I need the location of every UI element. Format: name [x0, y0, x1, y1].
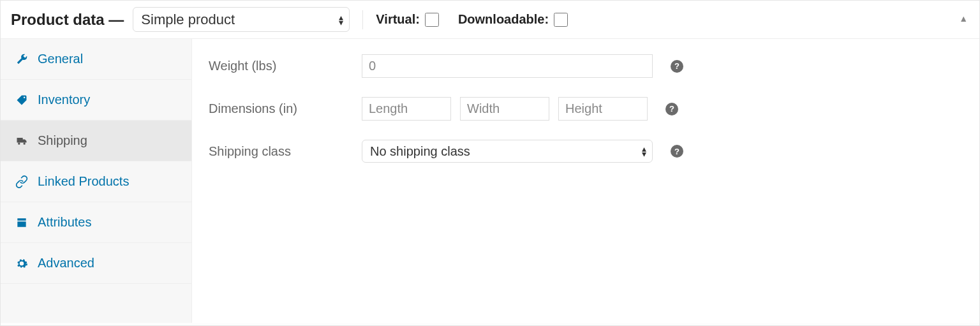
- width-input[interactable]: [460, 97, 549, 121]
- product-data-panel: Product data — Simple product ▴▾ Virtual…: [0, 0, 980, 326]
- tab-label: General: [38, 52, 83, 66]
- help-icon[interactable]: ?: [671, 60, 683, 73]
- dimensions-label: Dimensions (in): [209, 101, 362, 116]
- panel-title: Product data —: [11, 11, 124, 29]
- tab-inventory[interactable]: Inventory: [1, 80, 191, 121]
- shipping-class-select-wrap: No shipping class ▴▾: [362, 140, 653, 163]
- collapse-toggle-icon[interactable]: ▲: [959, 13, 968, 24]
- product-type-select-wrap: Simple product ▴▾: [133, 7, 350, 32]
- help-icon[interactable]: ?: [665, 103, 678, 115]
- tab-general[interactable]: General: [1, 39, 191, 80]
- weight-label: Weight (lbs): [209, 59, 362, 73]
- tab-label: Shipping: [38, 133, 87, 148]
- help-icon[interactable]: ?: [671, 145, 683, 158]
- shipping-class-label: Shipping class: [209, 144, 362, 159]
- virtual-label: Virtual:: [376, 12, 420, 27]
- tab-label: Linked Products: [38, 174, 129, 189]
- shipping-content: Weight (lbs) ? Dimensions (in) ? Shippin…: [192, 39, 979, 323]
- length-input[interactable]: [362, 97, 451, 121]
- dimensions-fields: ?: [362, 97, 678, 121]
- shipping-class-fields: No shipping class ▴▾ ?: [362, 140, 683, 163]
- weight-fields: ?: [362, 54, 683, 78]
- panel-header: Product data — Simple product ▴▾ Virtual…: [1, 1, 979, 39]
- shipping-class-select[interactable]: No shipping class: [362, 140, 653, 163]
- downloadable-field: Downloadable:: [458, 12, 568, 27]
- tab-label: Advanced: [38, 256, 94, 270]
- tab-linked-products[interactable]: Linked Products: [1, 161, 191, 202]
- panel-body: General Inventory Shipping Linked Produc…: [1, 39, 979, 323]
- tab-label: Attributes: [38, 215, 91, 230]
- truck-icon: [15, 134, 29, 148]
- height-input[interactable]: [558, 97, 648, 121]
- shipping-class-row: Shipping class No shipping class ▴▾ ?: [209, 140, 963, 163]
- tab-label: Inventory: [38, 93, 90, 107]
- tab-attributes[interactable]: Attributes: [1, 202, 191, 243]
- virtual-field: Virtual:: [376, 12, 439, 27]
- weight-input[interactable]: [362, 54, 653, 78]
- tag-icon: [15, 93, 29, 107]
- weight-row: Weight (lbs) ?: [209, 54, 963, 78]
- tab-advanced[interactable]: Advanced: [1, 243, 191, 284]
- wrench-icon: [15, 52, 29, 66]
- attributes-icon: [15, 216, 29, 230]
- downloadable-checkbox[interactable]: [554, 13, 568, 27]
- virtual-checkbox[interactable]: [425, 13, 439, 27]
- separator: [362, 10, 363, 29]
- tabs-nav: General Inventory Shipping Linked Produc…: [1, 39, 192, 323]
- downloadable-label: Downloadable:: [458, 12, 549, 27]
- product-type-select[interactable]: Simple product: [133, 7, 350, 32]
- gear-icon: [15, 256, 29, 270]
- dimensions-row: Dimensions (in) ?: [209, 97, 963, 121]
- link-icon: [15, 175, 29, 189]
- tab-shipping[interactable]: Shipping: [1, 121, 191, 161]
